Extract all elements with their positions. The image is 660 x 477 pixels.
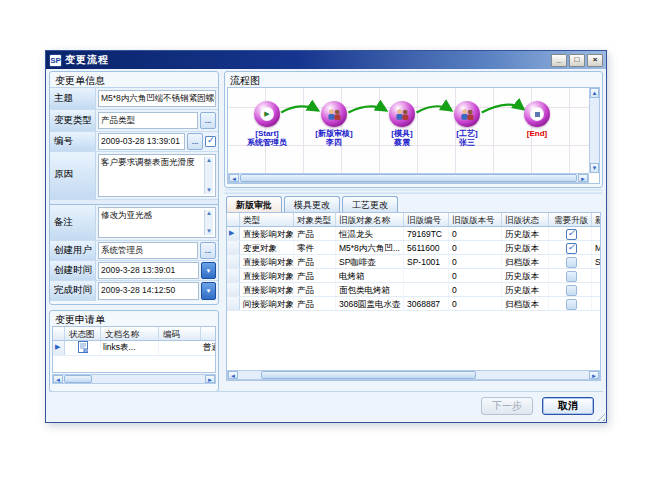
flow-node-end[interactable]: [End]	[497, 101, 577, 138]
cell-old-status: 归档版本	[502, 255, 549, 268]
col-old-name[interactable]: 旧版对象名称	[336, 213, 404, 226]
creator-input[interactable]: 系统管理员	[98, 242, 198, 259]
scroll-up-icon[interactable]: ▲	[206, 210, 212, 217]
cell-type: 直接影响对象	[240, 269, 294, 282]
table-row[interactable]: 变更对象 零件 M5*8内六角凹... 5611600 0 历史版本 M5*8	[227, 241, 600, 255]
titlebar[interactable]: SP 变更流程 _ □ ×	[46, 51, 606, 69]
row-selector[interactable]	[227, 241, 240, 254]
mini-col-code[interactable]: 编码	[159, 327, 201, 340]
flow-vscrollbar[interactable]: ▲ ▼	[589, 88, 599, 173]
tab-new-version-approval[interactable]: 新版审批	[226, 196, 282, 212]
tab-craft-change[interactable]: 工艺更改	[342, 196, 398, 212]
scroll-up-icon[interactable]: ▲	[206, 157, 212, 164]
upgrade-checkbox[interactable]	[566, 299, 577, 310]
request-table-hscrollbar[interactable]: ◄ ►	[52, 374, 216, 384]
row-selector[interactable]	[227, 255, 240, 268]
cell-obj-type: 产品	[294, 269, 336, 282]
scrollbar-thumb[interactable]	[261, 371, 476, 379]
row-selector[interactable]	[227, 269, 240, 282]
col-old-no[interactable]: 旧版编号	[404, 213, 449, 226]
scroll-down-icon[interactable]: ▼	[590, 163, 599, 173]
start-icon: ▶	[260, 107, 274, 121]
flow-hscrollbar[interactable]: ◄ ►	[228, 173, 589, 183]
mini-col-status[interactable]: 状态图	[65, 327, 101, 340]
number-input[interactable]: 2009-03-28 13:39:01	[98, 133, 185, 150]
scroll-down-icon[interactable]: ▼	[206, 187, 212, 194]
minimize-button[interactable]: _	[551, 54, 567, 67]
table-row[interactable]: 间接影响对象 产品 3068圆盖电水壶 3068887 0 归档版本	[227, 297, 600, 311]
col-type[interactable]: 类型	[240, 213, 294, 226]
table-row[interactable]: 直接影响对象 产品 SP咖啡壶 SP-1001 0 归档版本 SP咖	[227, 255, 600, 269]
remark-textarea[interactable]: 修改为亚光感 ▲ ▼	[98, 207, 216, 238]
flow-chart-group: 流程图 ▶ [	[224, 71, 603, 188]
cell-old-ver: 0	[449, 241, 502, 254]
remark-label: 备注	[50, 205, 96, 240]
scroll-left-icon[interactable]: ◄	[228, 371, 238, 379]
scroll-down-icon[interactable]: ▼	[206, 228, 212, 235]
mini-col-docname[interactable]: 文档名称	[101, 327, 159, 340]
cell-new-name	[592, 297, 600, 310]
number-picker-button[interactable]: ...	[187, 133, 203, 150]
scroll-right-icon[interactable]: ►	[589, 371, 599, 379]
subject-input[interactable]: M5*8内六角凹端不锈钢紧固螺钉	[98, 90, 216, 107]
create-time-dropdown-button[interactable]: ▼	[201, 262, 216, 279]
scroll-left-icon[interactable]: ◄	[53, 375, 63, 383]
col-new[interactable]: 新版	[592, 213, 600, 226]
scrollbar-thumb[interactable]	[64, 375, 92, 383]
col-old-status[interactable]: 旧版状态	[502, 213, 549, 226]
col-obj-type[interactable]: 对象类型	[294, 213, 336, 226]
mini-col-extra	[201, 327, 215, 340]
scroll-left-icon[interactable]: ◄	[229, 174, 239, 182]
creator-picker-button[interactable]: ...	[200, 242, 216, 259]
close-button[interactable]: ×	[587, 54, 603, 67]
client-area: 变更单信息 主题 M5*8内六角凹端不锈钢紧固螺钉 变更类型 产品类型 ...	[46, 69, 606, 422]
change-order-info-group: 变更单信息 主题 M5*8内六角凹端不锈钢紧固螺钉 变更类型 产品类型 ...	[49, 71, 219, 305]
scroll-up-icon[interactable]: ▲	[590, 88, 599, 98]
approval-table-hscrollbar[interactable]: ◄ ►	[227, 370, 600, 380]
upgrade-checkbox[interactable]	[566, 229, 577, 240]
create-time-input[interactable]: 2009-3-28 13:39:01	[98, 262, 199, 279]
flow-canvas[interactable]: ▶ [Start]系统管理员 [新版审核]李四	[227, 87, 600, 184]
table-row[interactable]: 直接影响对象 产品 电烤箱 0 历史版本	[227, 269, 600, 283]
reason-scrollbar[interactable]: ▲ ▼	[204, 157, 213, 194]
reason-label: 原因	[50, 152, 96, 199]
row-selector[interactable]	[227, 283, 240, 296]
change-type-input[interactable]: 产品类型	[98, 112, 198, 129]
row-selector[interactable]	[53, 341, 65, 355]
request-note: 普通	[201, 342, 215, 354]
row-selector[interactable]	[227, 227, 240, 240]
end-icon	[530, 107, 544, 121]
next-button[interactable]: 下一步	[481, 397, 533, 415]
remark-scrollbar[interactable]: ▲ ▼	[204, 210, 213, 235]
upgrade-checkbox[interactable]	[566, 243, 577, 254]
cell-old-name: 3068圆盖电水壶	[336, 297, 404, 310]
scrollbar-thumb[interactable]	[240, 174, 577, 182]
approval-table: 类型 对象类型 旧版对象名称 旧版编号 旧版版本号 旧版状态 需要升版 新版 直…	[226, 212, 601, 381]
cell-type: 直接影响对象	[240, 255, 294, 268]
request-row[interactable]: W links表... 普通	[53, 341, 215, 356]
scroll-right-icon[interactable]: ►	[578, 174, 588, 182]
tab-mold-change[interactable]: 模具更改	[284, 196, 340, 212]
change-type-picker-button[interactable]: ...	[200, 112, 216, 129]
upgrade-checkbox[interactable]	[566, 285, 577, 296]
scroll-right-icon[interactable]: ►	[205, 375, 215, 383]
flow-node-craft[interactable]: [工艺]张三	[427, 101, 507, 147]
col-upgrade[interactable]: 需要升版	[549, 213, 592, 226]
upgrade-checkbox[interactable]	[566, 271, 577, 282]
number-checkbox[interactable]	[205, 136, 216, 147]
finish-time-dropdown-button[interactable]: ▼	[201, 282, 216, 300]
horizontal-splitter[interactable]	[224, 189, 603, 194]
reason-textarea[interactable]: 客户要求调整表面光滑度 ▲ ▼	[98, 154, 216, 197]
finish-time-input[interactable]: 2009-3-28 14:12:50	[98, 282, 199, 300]
table-row[interactable]: 直接影响对象 产品 恒温龙头 79169TC 0 历史版本	[227, 227, 600, 241]
table-row[interactable]: 直接影响对象 产品 面包类电烤箱 0 历史版本	[227, 283, 600, 297]
cell-type: 直接影响对象	[240, 283, 294, 296]
row-selector[interactable]	[227, 297, 240, 310]
maximize-button[interactable]: □	[569, 54, 585, 67]
col-old-ver[interactable]: 旧版版本号	[449, 213, 502, 226]
upgrade-checkbox[interactable]	[566, 257, 577, 268]
cell-old-name: SP咖啡壶	[336, 255, 404, 268]
cancel-button[interactable]: 取消	[542, 397, 594, 415]
cell-obj-type: 产品	[294, 283, 336, 296]
cell-new-name: M5*8	[592, 241, 600, 254]
